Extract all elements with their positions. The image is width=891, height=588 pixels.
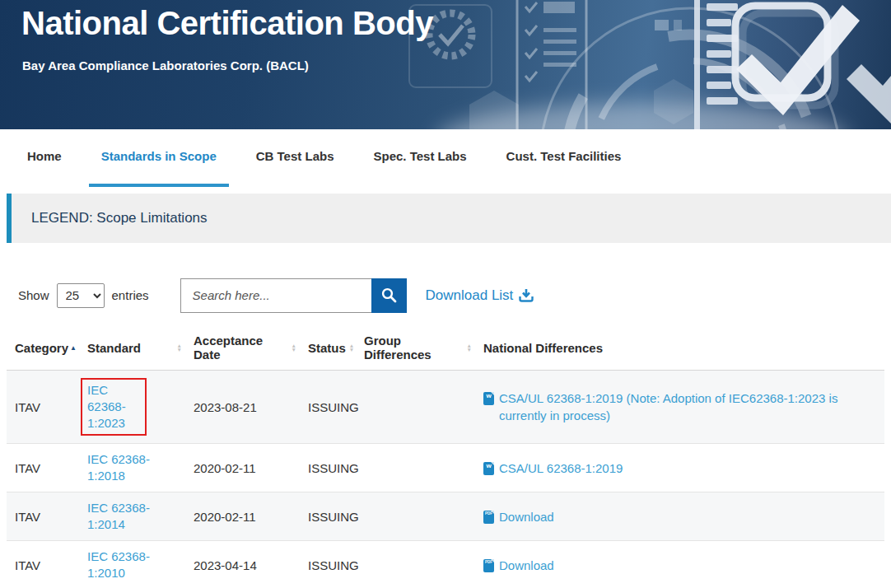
tab-cust-test-facilities[interactable]: Cust. Test Facilities: [494, 149, 634, 187]
status-cell: ISSUING: [300, 502, 356, 531]
search-button[interactable]: [371, 278, 407, 313]
acceptance-date-cell: 2020-02-11: [185, 502, 300, 531]
status-cell: ISSUING: [300, 551, 356, 580]
sort-icon[interactable]: ▲▼: [467, 343, 472, 352]
table-controls: Show 25 entries Download List: [18, 278, 891, 313]
column-header-acceptance-date[interactable]: Acceptance Date ▲▼: [185, 326, 300, 369]
standard-link[interactable]: IEC 62368-1:2018: [87, 451, 153, 484]
standard-link[interactable]: IEC 62368-1:2014: [87, 500, 153, 533]
acceptance-date-cell: 2020-02-11: [185, 454, 300, 483]
search-icon: [381, 287, 397, 303]
category-cell: ITAV: [7, 454, 79, 483]
standard-cell: IEC 62368-1:2018: [79, 444, 185, 492]
main-nav: Home Standards in Scope CB Test Labs Spe…: [0, 129, 891, 187]
sort-icon[interactable]: ▲▼: [177, 343, 182, 352]
hexagon-shape: [469, 91, 519, 129]
download-list-link[interactable]: Download List: [426, 287, 534, 304]
partial-check-shape: [847, 64, 891, 124]
legend-banner: LEGEND: Scope Limitations: [7, 194, 891, 243]
download-link[interactable]: PDF Download: [483, 557, 876, 574]
entries-control: Show 25 entries: [18, 283, 149, 308]
table-row: ITAV IEC 62368-1:2018 2020-02-11 ISSUING…: [7, 444, 884, 492]
page-title: National Certification Body: [0, 0, 891, 42]
status-cell: ISSUING: [300, 393, 356, 422]
category-cell: ITAV: [7, 502, 79, 531]
download-icon: [519, 288, 534, 302]
tab-home[interactable]: Home: [15, 149, 74, 187]
tab-spec-test-labs[interactable]: Spec. Test Labs: [361, 149, 478, 187]
column-header-national-differences: National Differences: [475, 334, 884, 362]
search-box: [180, 278, 407, 313]
show-label: Show: [18, 288, 49, 302]
standard-cell: IEC 62368-1:2023: [79, 371, 185, 443]
word-file-icon: w: [483, 462, 494, 475]
standard-link[interactable]: IEC 62368-1:2010: [87, 548, 153, 581]
column-header-category[interactable]: Category ▲: [7, 334, 79, 362]
pdf-file-icon: PDF: [483, 559, 494, 572]
sort-icon[interactable]: ▲▼: [349, 343, 354, 352]
table-row: ITAV IEC 62368-1:2023 2023-08-21 ISSUING…: [7, 371, 884, 444]
category-cell: ITAV: [7, 551, 79, 580]
search-input[interactable]: [180, 278, 371, 313]
entries-select[interactable]: 25: [57, 283, 105, 308]
download-list-label: Download List: [426, 287, 514, 304]
group-differences-cell: [356, 460, 475, 475]
national-differences-cell: PDF Download: [475, 501, 884, 533]
standard-link-highlighted[interactable]: IEC 62368-1:2023: [81, 378, 147, 436]
national-difference-link[interactable]: w CSA/UL 62368-1:2019: [483, 460, 876, 477]
national-differences-cell: w CSA/UL 62368-1:2019 (Note: Adoption of…: [475, 382, 884, 432]
legend-text: LEGEND: Scope Limitations: [31, 210, 208, 226]
group-differences-cell: [356, 558, 475, 572]
national-differences-cell: w CSA/UL 62368-1:2019: [475, 452, 884, 484]
pdf-file-icon: PDF: [483, 511, 494, 524]
table-row: ITAV IEC 62368-1:2010 2023-04-14 ISSUING…: [7, 541, 884, 588]
acceptance-date-cell: 2023-08-21: [185, 393, 300, 422]
table-row: ITAV IEC 62368-1:2014 2020-02-11 ISSUING…: [7, 492, 884, 541]
group-differences-cell: [356, 509, 475, 524]
national-differences-cell: PDF Download: [475, 549, 884, 581]
sort-asc-icon[interactable]: ▲: [70, 344, 77, 352]
download-link[interactable]: PDF Download: [483, 508, 876, 525]
standards-table: Category ▲ Standard ▲▼ Acceptance Date ▲…: [7, 325, 884, 588]
column-header-status[interactable]: Status ▲▼: [300, 334, 356, 362]
sort-icon[interactable]: ▲▼: [292, 343, 296, 352]
page-subtitle: Bay Area Compliance Laboratories Corp. (…: [0, 42, 891, 72]
standard-cell: IEC 62368-1:2010: [79, 541, 185, 588]
group-differences-cell: [356, 399, 475, 414]
national-difference-link[interactable]: w CSA/UL 62368-1:2019 (Note: Adoption of…: [483, 390, 876, 424]
category-cell: ITAV: [7, 393, 79, 422]
entries-label: entries: [112, 288, 149, 302]
hero-banner: National Certification Body Bay Area Com…: [0, 0, 891, 129]
tab-standards-in-scope[interactable]: Standards in Scope: [89, 149, 229, 187]
acceptance-date-cell: 2023-04-14: [185, 551, 300, 580]
status-cell: ISSUING: [300, 454, 356, 483]
table-header-row: Category ▲ Standard ▲▼ Acceptance Date ▲…: [7, 325, 884, 371]
word-file-icon: w: [483, 392, 494, 405]
column-header-standard[interactable]: Standard ▲▼: [79, 334, 185, 362]
standard-cell: IEC 62368-1:2014: [79, 492, 185, 540]
tab-cb-test-labs[interactable]: CB Test Labs: [244, 149, 347, 187]
column-header-group-differences[interactable]: Group Differences ▲▼: [356, 326, 475, 369]
